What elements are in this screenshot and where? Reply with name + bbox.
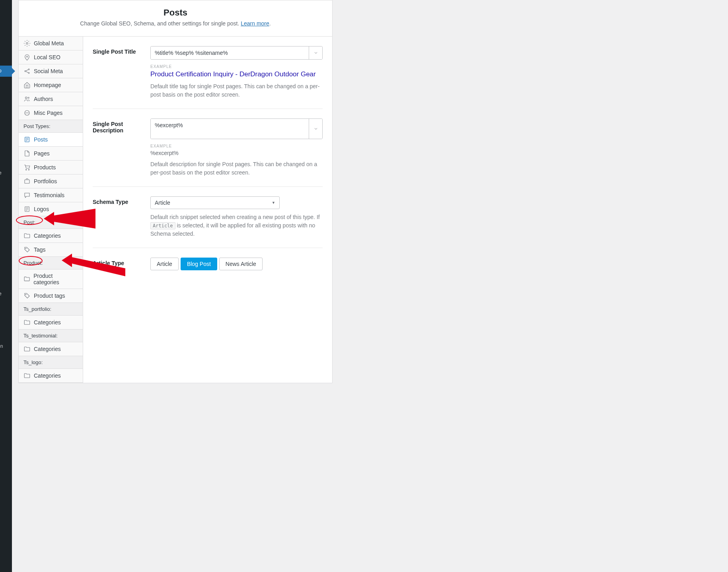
article-type-group: Article Blog Post News Article: [150, 258, 323, 270]
nav-logos[interactable]: Logos: [19, 202, 83, 216]
svg-point-4: [28, 72, 29, 74]
panel-header: Posts Change Global SEO, Schema, and oth…: [19, 0, 332, 37]
row-single-post-description: Single Post Description EXAMPLE %excerpt…: [93, 118, 323, 187]
nav-label: Logos: [34, 206, 49, 212]
title-example-preview: Product Certification Inquiry - DerDrago…: [150, 70, 323, 78]
panel-title: Posts: [28, 8, 323, 18]
svg-point-13: [25, 248, 26, 249]
nav-portfolios[interactable]: Portfolios: [19, 175, 83, 188]
nav-products[interactable]: Products: [19, 161, 83, 175]
nav-label: Misc Pages: [34, 110, 62, 116]
svg-point-9: [26, 169, 27, 170]
post-icon: [23, 206, 31, 213]
svg-point-1: [27, 56, 28, 57]
svg-rect-11: [25, 180, 29, 183]
chevron-down-icon: [313, 50, 318, 55]
panel-subtitle-text: Change Global SEO, Schema, and other set…: [80, 20, 241, 27]
form-column: Single Post Title EXAMPLE Product Certif…: [83, 37, 332, 383]
nav-global-meta[interactable]: Global Meta: [19, 37, 83, 50]
folder-icon: [23, 232, 31, 239]
wp-sidebar-text-fragment-o: o: [0, 68, 2, 74]
post-icon: [23, 136, 31, 143]
nav-header-post-types: Post Types:: [19, 120, 83, 133]
nav-label: Portfolios: [34, 178, 57, 184]
nav-product-categories[interactable]: Product categories: [19, 270, 83, 289]
share-icon: [23, 68, 31, 75]
row-single-post-title: Single Post Title EXAMPLE Product Certif…: [93, 46, 323, 109]
desc-help-text: Default description for single Post page…: [150, 160, 323, 177]
article-type-news-article[interactable]: News Article: [219, 258, 263, 270]
nav-label: Product categories: [33, 273, 78, 285]
chevron-down-icon: [313, 126, 318, 131]
svg-point-2: [25, 71, 26, 72]
folder-icon: [23, 345, 31, 353]
nav-label: Categories: [34, 372, 61, 379]
nav-logo-categories[interactable]: Categories: [19, 369, 83, 383]
label-article-type: Article Type: [93, 258, 150, 270]
nav-label: Categories: [34, 319, 61, 326]
nav-label: Homepage: [34, 82, 61, 88]
settings-nav: Global Meta Local SEO Social Meta Homepa…: [19, 37, 83, 383]
nav-local-seo[interactable]: Local SEO: [19, 50, 83, 64]
settings-panel: Posts Change Global SEO, Schema, and oth…: [18, 0, 333, 383]
tag-icon: [23, 292, 31, 299]
nav-post-categories[interactable]: Categories: [19, 229, 83, 243]
nav-label: Social Meta: [34, 68, 63, 74]
tag-icon: [23, 246, 31, 253]
nav-label: Categories: [34, 233, 61, 239]
label-schema-type: Schema Type: [93, 196, 150, 238]
desc-variables-toggle[interactable]: [309, 119, 322, 139]
nav-misc-pages[interactable]: Misc Pages: [19, 106, 83, 120]
schema-type-value: Article: [155, 200, 170, 206]
folder-icon: [23, 319, 31, 326]
users-icon: [23, 95, 31, 103]
title-example-label: EXAMPLE: [150, 64, 323, 69]
article-type-blog-post[interactable]: Blog Post: [181, 258, 217, 270]
layers-icon: [23, 109, 31, 116]
svg-point-14: [25, 294, 26, 295]
nav-header-ts-logo: Ts_logo:: [19, 356, 83, 369]
nav-label: Categories: [34, 346, 61, 352]
nav-label: Product tags: [34, 293, 65, 299]
nav-testimonial-categories[interactable]: Categories: [19, 342, 83, 356]
svg-point-10: [28, 169, 29, 170]
wp-sidebar-text-fragment-on: on: [0, 343, 10, 349]
schema-help-post: is selected, it will be applied for all …: [150, 222, 315, 237]
nav-portfolio-categories[interactable]: Categories: [19, 316, 83, 330]
portfolio-icon: [23, 178, 31, 185]
desc-textarea[interactable]: [151, 119, 309, 139]
cart-icon: [23, 164, 31, 171]
nav-header-product: Product:: [19, 257, 83, 270]
row-schema-type: Schema Type Article ▼ Default rich snipp…: [93, 196, 323, 248]
folder-icon: [23, 275, 30, 283]
title-help-text: Default title tag for single Post pages.…: [150, 82, 323, 99]
schema-type-select[interactable]: Article ▼: [150, 196, 280, 209]
wp-sidebar-text-fragment-e: e: [0, 170, 11, 176]
nav-posts[interactable]: Posts: [19, 133, 83, 147]
nav-social-meta[interactable]: Social Meta: [19, 64, 83, 78]
nav-label: Pages: [34, 150, 50, 157]
label-single-post-description: Single Post Description: [93, 118, 150, 177]
svg-point-5: [25, 97, 27, 99]
nav-testimonials[interactable]: Testimonials: [19, 188, 83, 202]
gear-icon: [23, 40, 31, 47]
title-input-combo: [150, 46, 323, 60]
nav-pages[interactable]: Pages: [19, 147, 83, 161]
caret-down-icon: ▼: [272, 201, 275, 205]
label-single-post-title: Single Post Title: [93, 46, 150, 99]
home-icon: [23, 81, 31, 89]
title-input[interactable]: [151, 47, 309, 59]
nav-label: Products: [34, 164, 56, 171]
nav-header-ts-portfolio: Ts_portfolio:: [19, 303, 83, 316]
article-type-article[interactable]: Article: [150, 258, 179, 270]
nav-label: Local SEO: [34, 54, 60, 60]
nav-homepage[interactable]: Homepage: [19, 78, 83, 92]
desc-example-preview: %excerpt%: [150, 150, 323, 156]
learn-more-link[interactable]: Learn more: [241, 20, 269, 27]
title-variables-toggle[interactable]: [309, 47, 322, 59]
nav-post-tags[interactable]: Tags: [19, 243, 83, 257]
pin-icon: [23, 54, 31, 61]
nav-label: Global Meta: [34, 40, 64, 47]
nav-product-tags[interactable]: Product tags: [19, 289, 83, 303]
nav-authors[interactable]: Authors: [19, 92, 83, 106]
